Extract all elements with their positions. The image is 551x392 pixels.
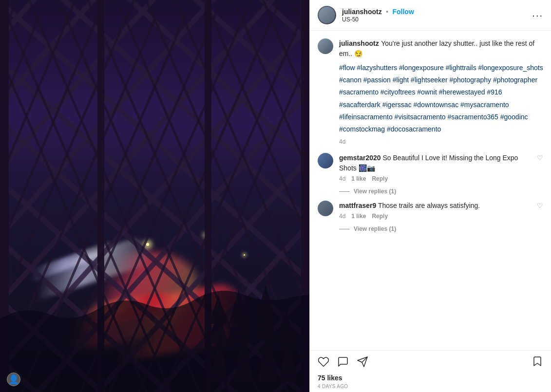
share-button[interactable] [357, 356, 368, 370]
comment-avatar-1 [318, 153, 333, 168]
caption-body: julianshootz You're just another lazy sh… [339, 38, 543, 145]
comment-time-2: 4d [339, 213, 345, 220]
caption-time: 4d [339, 138, 543, 145]
comment-meta-1: 4d 1 like Reply [339, 175, 531, 182]
action-bar: 75 likes 4 DAYS AGO [310, 350, 551, 392]
reply-button-2[interactable]: Reply [372, 213, 388, 220]
replies-text-2[interactable]: View replies (1) [354, 225, 396, 232]
post-header: julianshootz • Follow US-50 ··· [310, 0, 551, 31]
view-replies-1[interactable]: View replies (1) [339, 188, 543, 195]
comment-content-2: mattfraser9 Those trails are always sati… [339, 201, 531, 220]
photo-panel: 👤 [0, 0, 309, 392]
header-username[interactable]: julianshootz [342, 8, 382, 16]
comment-row-2: mattfraser9 Those trails are always sati… [318, 201, 543, 220]
comments-area: julianshootz You're just another lazy sh… [310, 31, 551, 350]
comment-time-1: 4d [339, 175, 345, 182]
comment-likes-2: 1 like [351, 213, 366, 220]
replies-text-1[interactable]: View replies (1) [354, 188, 396, 195]
caption-username[interactable]: julianshootz [339, 39, 379, 47]
likes-count: 75 likes [318, 374, 543, 382]
comment-button[interactable] [337, 356, 349, 370]
like-comment-1-button[interactable]: ♡ [537, 153, 543, 162]
comment-row: gemstar2020 So Beautiful I Love it! Miss… [318, 153, 543, 182]
avatar-bottom: 👤 [7, 373, 20, 386]
like-button[interactable] [318, 356, 329, 370]
comment-username-2[interactable]: mattfraser9 [339, 202, 376, 209]
bookmark-button[interactable] [532, 355, 543, 370]
comment-text-1: gemstar2020 So Beautiful I Love it! Miss… [339, 153, 531, 173]
header-user-info: julianshootz • Follow US-50 [342, 7, 532, 23]
right-panel: julianshootz • Follow US-50 ··· juliansh… [309, 0, 551, 392]
header-avatar [318, 6, 336, 24]
comment-content-1: gemstar2020 So Beautiful I Love it! Miss… [339, 153, 531, 182]
comment-avatar-2 [318, 201, 333, 216]
header-location: US-50 [342, 16, 532, 23]
comment-meta-2: 4d 1 like Reply [339, 213, 531, 220]
header-dot: • [386, 8, 388, 16]
hashtag-block: #flow #lazyshutters #longexposure #light… [339, 62, 543, 135]
caption-block: julianshootz You're just another lazy sh… [318, 38, 543, 145]
replies-line-1 [339, 191, 350, 192]
follow-button[interactable]: Follow [392, 8, 414, 16]
post-date: 4 DAYS AGO [318, 384, 543, 389]
more-options-button[interactable]: ··· [532, 10, 543, 21]
hashtag-link[interactable]: #flow #lazyshutters #longexposure #light… [339, 64, 543, 133]
like-comment-2-button[interactable]: ♡ [537, 201, 543, 209]
view-replies-2[interactable]: View replies (1) [339, 225, 543, 232]
replies-line-2 [339, 229, 350, 229]
user-icon: 👤 [8, 375, 19, 384]
reply-button-1[interactable]: Reply [372, 175, 388, 182]
comment-likes-1: 1 like [351, 175, 366, 182]
comment-text-2: mattfraser9 Those trails are always sati… [339, 201, 531, 211]
caption-avatar [318, 38, 333, 54]
comment-username-1[interactable]: gemstar2020 [339, 154, 381, 162]
action-icons [318, 355, 543, 370]
